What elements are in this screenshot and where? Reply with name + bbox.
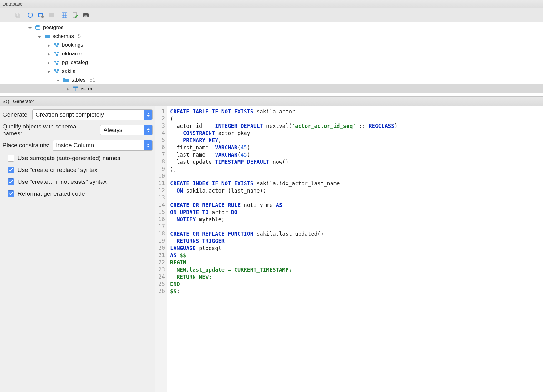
- database-panel-title: Database: [0, 0, 543, 8]
- console-icon[interactable]: QL: [81, 11, 90, 19]
- tree-label: pg_catalog: [62, 59, 88, 66]
- datasource-properties-icon[interactable]: [37, 11, 45, 19]
- qualify-label: Qualify objects with schema names:: [3, 123, 97, 137]
- checkbox-checked-icon[interactable]: [8, 190, 14, 197]
- tree-label: sakila: [62, 68, 75, 74]
- tree-schema-pg_catalog[interactable]: pg_catalog: [0, 58, 543, 67]
- svg-rect-5: [62, 13, 67, 18]
- schema-icon: [54, 42, 59, 48]
- tree-tables-folder[interactable]: tables 51: [0, 76, 543, 84]
- tree-label: oldname: [62, 51, 82, 57]
- database-tree: postgres schemas 5 bookings oldname: [0, 22, 543, 96]
- checkbox-icon[interactable]: [8, 155, 14, 162]
- svg-text:QL: QL: [84, 14, 88, 17]
- sql-generator-panel-title: SQL Generator: [0, 96, 543, 106]
- tree-schema-bookings[interactable]: bookings: [0, 41, 543, 49]
- table-icon: [73, 86, 78, 92]
- checkbox-surrogate-names[interactable]: Use surrogate (auto-generated) names: [3, 154, 153, 163]
- table-view-icon[interactable]: [60, 11, 69, 19]
- stop-icon: [47, 11, 56, 19]
- copy-icon[interactable]: [13, 11, 22, 19]
- schema-icon: [54, 60, 59, 65]
- sql-generator-body: Generate: Creation script completely Qua…: [0, 106, 543, 392]
- chevron-right-icon[interactable]: [66, 87, 70, 91]
- select-stepper-icon[interactable]: [144, 140, 152, 150]
- svg-rect-13: [54, 52, 56, 53]
- edit-source-icon[interactable]: [71, 11, 79, 19]
- qualify-select[interactable]: Always: [100, 125, 153, 135]
- svg-rect-10: [54, 43, 56, 45]
- svg-point-9: [36, 25, 40, 27]
- tree-label: actor: [81, 86, 93, 92]
- checkbox-reformat[interactable]: Reformat generated code: [3, 189, 153, 198]
- chevron-right-icon[interactable]: [47, 52, 51, 56]
- chevron-right-icon[interactable]: [47, 60, 51, 65]
- checkbox-if-not-exists[interactable]: Use "create… if not exists" syntax: [3, 178, 153, 186]
- select-stepper-icon[interactable]: [144, 110, 152, 120]
- svg-point-3: [41, 15, 44, 18]
- tree-schemas-folder[interactable]: schemas 5: [0, 32, 543, 41]
- tree-schema-oldname[interactable]: oldname: [0, 49, 543, 58]
- chevron-down-icon[interactable]: [56, 78, 61, 82]
- constraints-select[interactable]: Inside Column: [53, 140, 153, 151]
- svg-rect-23: [73, 87, 78, 88]
- tree-label: tables 51: [71, 77, 95, 83]
- checkbox-create-or-replace[interactable]: Use "create or replace" syntax: [3, 166, 153, 174]
- chevron-down-icon[interactable]: [28, 25, 33, 30]
- svg-rect-16: [54, 61, 56, 62]
- checkbox-checked-icon[interactable]: [8, 167, 14, 173]
- svg-rect-12: [56, 46, 58, 47]
- select-stepper-icon[interactable]: [144, 125, 152, 135]
- tree-schema-sakila[interactable]: sakila: [0, 67, 543, 76]
- svg-rect-11: [57, 43, 59, 45]
- svg-rect-21: [56, 72, 58, 73]
- tree-database-postgres[interactable]: postgres: [0, 23, 543, 32]
- sql-generator-options: Generate: Creation script completely Qua…: [0, 106, 155, 392]
- tree-label: postgres: [43, 24, 63, 31]
- database-toolbar: QL: [0, 8, 543, 22]
- svg-rect-18: [56, 63, 58, 65]
- add-icon[interactable]: [3, 11, 11, 19]
- svg-rect-20: [57, 69, 59, 71]
- generate-select[interactable]: Creation script completely: [32, 109, 153, 120]
- svg-point-2: [38, 13, 42, 14]
- chevron-right-icon[interactable]: [47, 43, 51, 47]
- tree-label: bookings: [62, 42, 83, 48]
- checkbox-checked-icon[interactable]: [8, 178, 14, 185]
- code-gutter: 12345678 910111213141516 171819202122232…: [155, 106, 167, 392]
- svg-rect-14: [57, 52, 59, 53]
- svg-rect-0: [16, 13, 18, 17]
- schema-icon: [54, 68, 59, 74]
- schema-icon: [54, 51, 59, 57]
- tree-table-actor[interactable]: actor: [0, 84, 543, 93]
- svg-rect-15: [56, 54, 58, 56]
- folder-icon: [44, 33, 50, 39]
- folder-icon: [63, 77, 69, 83]
- chevron-down-icon[interactable]: [38, 34, 42, 38]
- tree-label: schemas 5: [53, 33, 81, 39]
- refresh-icon[interactable]: [26, 11, 35, 19]
- database-icon: [35, 25, 41, 30]
- svg-rect-4: [49, 13, 54, 17]
- svg-rect-1: [17, 14, 19, 18]
- svg-rect-17: [57, 61, 59, 62]
- generate-label: Generate:: [3, 111, 29, 118]
- sql-output-editor[interactable]: 12345678 910111213141516 171819202122232…: [155, 106, 543, 392]
- sql-output-code[interactable]: CREATE TABLE IF NOT EXISTS sakila.actor …: [167, 106, 543, 392]
- svg-rect-19: [54, 69, 56, 71]
- chevron-down-icon[interactable]: [47, 69, 51, 73]
- constraints-label: Place constraints:: [3, 142, 49, 149]
